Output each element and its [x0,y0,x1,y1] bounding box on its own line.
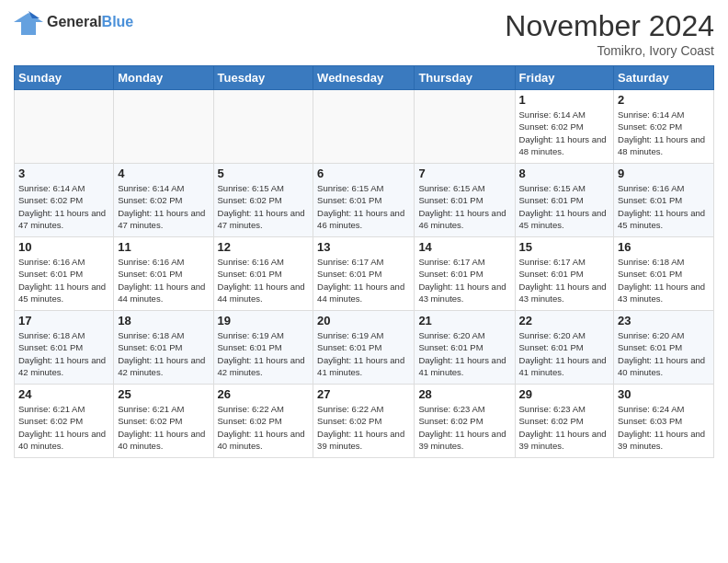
calendar-cell: 26Sunrise: 6:22 AM Sunset: 6:02 PM Dayli… [213,385,313,458]
day-number: 27 [317,387,410,401]
calendar-cell: 3Sunrise: 6:14 AM Sunset: 6:02 PM Daylig… [15,164,114,237]
day-info: Sunrise: 6:16 AM Sunset: 6:01 PM Dayligh… [218,256,310,304]
day-number: 4 [118,167,209,180]
day-number: 10 [18,240,109,254]
day-number: 21 [418,314,510,327]
day-info: Sunrise: 6:15 AM Sunset: 6:01 PM Dayligh… [519,182,610,231]
logo-general: General [47,14,102,29]
logo-blue: Blue [102,14,134,29]
day-number: 11 [118,240,209,254]
calendar-cell: 8Sunrise: 6:15 AM Sunset: 6:01 PM Daylig… [515,164,614,237]
day-info: Sunrise: 6:19 AM Sunset: 6:01 PM Dayligh… [218,329,310,378]
day-info: Sunrise: 6:18 AM Sunset: 6:01 PM Dayligh… [618,256,710,304]
day-number: 20 [317,314,410,327]
day-info: Sunrise: 6:21 AM Sunset: 6:02 PM Dayligh… [118,403,209,452]
logo: GeneralBlue [14,9,133,35]
day-info: Sunrise: 6:22 AM Sunset: 6:02 PM Dayligh… [317,403,410,452]
calendar-week-3: 10Sunrise: 6:16 AM Sunset: 6:01 PM Dayli… [15,237,714,311]
calendar-cell: 2Sunrise: 6:14 AM Sunset: 6:02 PM Daylig… [614,90,714,164]
day-number: 1 [519,93,610,107]
day-info: Sunrise: 6:14 AM Sunset: 6:02 PM Dayligh… [519,109,610,157]
col-tuesday: Tuesday [213,66,313,90]
day-number: 6 [317,167,410,180]
page: GeneralBlue November 2024 Tomikro, Ivory… [0,0,728,563]
day-info: Sunrise: 6:18 AM Sunset: 6:01 PM Dayligh… [18,329,109,378]
calendar-cell [313,90,415,164]
day-number: 28 [418,387,510,401]
calendar-cell: 16Sunrise: 6:18 AM Sunset: 6:01 PM Dayli… [614,237,714,311]
day-info: Sunrise: 6:19 AM Sunset: 6:01 PM Dayligh… [317,329,410,378]
calendar-cell [114,90,213,164]
day-info: Sunrise: 6:22 AM Sunset: 6:02 PM Dayligh… [218,403,310,452]
day-number: 18 [118,314,209,327]
calendar-cell: 5Sunrise: 6:15 AM Sunset: 6:02 PM Daylig… [213,164,313,237]
calendar-cell [415,90,515,164]
day-number: 17 [18,314,109,327]
day-info: Sunrise: 6:17 AM Sunset: 6:01 PM Dayligh… [317,256,410,304]
calendar-cell: 9Sunrise: 6:16 AM Sunset: 6:01 PM Daylig… [614,164,714,237]
calendar-cell: 15Sunrise: 6:17 AM Sunset: 6:01 PM Dayli… [515,237,614,311]
day-info: Sunrise: 6:17 AM Sunset: 6:01 PM Dayligh… [519,256,610,304]
svg-marker-0 [14,13,43,35]
day-number: 26 [218,387,310,401]
day-number: 23 [618,314,710,327]
day-info: Sunrise: 6:14 AM Sunset: 6:02 PM Dayligh… [618,109,710,157]
day-info: Sunrise: 6:20 AM Sunset: 6:01 PM Dayligh… [418,329,510,378]
calendar-cell: 19Sunrise: 6:19 AM Sunset: 6:01 PM Dayli… [213,311,313,385]
col-thursday: Thursday [415,66,515,90]
day-number: 22 [519,314,610,327]
day-info: Sunrise: 6:18 AM Sunset: 6:01 PM Dayligh… [118,329,209,378]
day-number: 8 [519,167,610,180]
calendar-cell: 21Sunrise: 6:20 AM Sunset: 6:01 PM Dayli… [415,311,515,385]
calendar-cell: 24Sunrise: 6:21 AM Sunset: 6:02 PM Dayli… [15,385,114,458]
month-title: November 2024 [505,9,714,43]
day-info: Sunrise: 6:15 AM Sunset: 6:01 PM Dayligh… [317,182,410,231]
day-number: 25 [118,387,209,401]
calendar-cell: 22Sunrise: 6:20 AM Sunset: 6:01 PM Dayli… [515,311,614,385]
calendar-cell: 18Sunrise: 6:18 AM Sunset: 6:01 PM Dayli… [114,311,213,385]
calendar-cell: 14Sunrise: 6:17 AM Sunset: 6:01 PM Dayli… [415,237,515,311]
calendar-header-row: Sunday Monday Tuesday Wednesday Thursday… [15,66,714,90]
calendar-cell: 6Sunrise: 6:15 AM Sunset: 6:01 PM Daylig… [313,164,415,237]
day-number: 16 [618,240,710,254]
day-info: Sunrise: 6:20 AM Sunset: 6:01 PM Dayligh… [618,329,710,378]
day-info: Sunrise: 6:15 AM Sunset: 6:02 PM Dayligh… [218,182,310,231]
day-number: 30 [618,387,710,401]
calendar-cell: 11Sunrise: 6:16 AM Sunset: 6:01 PM Dayli… [114,237,213,311]
calendar-cell: 1Sunrise: 6:14 AM Sunset: 6:02 PM Daylig… [515,90,614,164]
day-number: 24 [18,387,109,401]
calendar-cell: 10Sunrise: 6:16 AM Sunset: 6:01 PM Dayli… [15,237,114,311]
day-info: Sunrise: 6:21 AM Sunset: 6:02 PM Dayligh… [18,403,109,452]
calendar-cell: 23Sunrise: 6:20 AM Sunset: 6:01 PM Dayli… [614,311,714,385]
day-number: 12 [218,240,310,254]
calendar-cell: 13Sunrise: 6:17 AM Sunset: 6:01 PM Dayli… [313,237,415,311]
day-number: 2 [618,93,710,107]
col-saturday: Saturday [614,66,714,90]
col-wednesday: Wednesday [313,66,415,90]
header: GeneralBlue November 2024 Tomikro, Ivory… [14,9,714,58]
day-number: 3 [18,167,109,180]
calendar-cell: 7Sunrise: 6:15 AM Sunset: 6:01 PM Daylig… [415,164,515,237]
day-number: 7 [418,167,510,180]
calendar-cell: 17Sunrise: 6:18 AM Sunset: 6:01 PM Dayli… [15,311,114,385]
day-info: Sunrise: 6:15 AM Sunset: 6:01 PM Dayligh… [418,182,510,231]
day-info: Sunrise: 6:23 AM Sunset: 6:02 PM Dayligh… [519,403,610,452]
calendar-cell: 28Sunrise: 6:23 AM Sunset: 6:02 PM Dayli… [415,385,515,458]
calendar-cell: 27Sunrise: 6:22 AM Sunset: 6:02 PM Dayli… [313,385,415,458]
title-section: November 2024 Tomikro, Ivory Coast [505,9,714,58]
col-sunday: Sunday [15,66,114,90]
day-info: Sunrise: 6:24 AM Sunset: 6:03 PM Dayligh… [618,403,710,452]
location: Tomikro, Ivory Coast [505,43,714,58]
day-info: Sunrise: 6:23 AM Sunset: 6:02 PM Dayligh… [418,403,510,452]
logo-text: GeneralBlue [47,14,133,30]
day-number: 9 [618,167,710,180]
col-monday: Monday [114,66,213,90]
calendar-cell: 25Sunrise: 6:21 AM Sunset: 6:02 PM Dayli… [114,385,213,458]
day-number: 13 [317,240,410,254]
day-info: Sunrise: 6:14 AM Sunset: 6:02 PM Dayligh… [118,182,209,231]
day-info: Sunrise: 6:20 AM Sunset: 6:01 PM Dayligh… [519,329,610,378]
calendar-cell [213,90,313,164]
calendar-week-5: 24Sunrise: 6:21 AM Sunset: 6:02 PM Dayli… [15,385,714,458]
calendar-cell: 20Sunrise: 6:19 AM Sunset: 6:01 PM Dayli… [313,311,415,385]
day-info: Sunrise: 6:16 AM Sunset: 6:01 PM Dayligh… [18,256,109,304]
